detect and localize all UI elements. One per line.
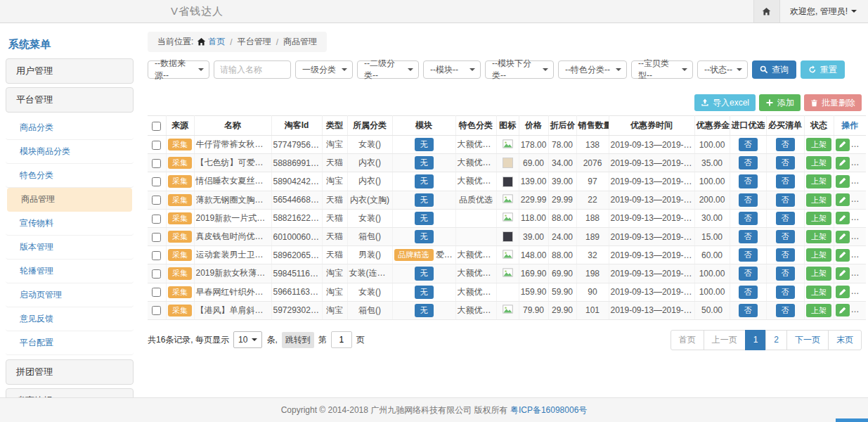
row-checkbox[interactable] [152, 288, 161, 297]
per-page-select[interactable]: 10 [233, 331, 262, 348]
module-none-badge[interactable]: 无 [415, 156, 434, 170]
must-buy-toggle[interactable]: 否 [776, 248, 795, 262]
sidebar-item-平台管理[interactable]: 平台管理 [6, 87, 134, 113]
edit-button[interactable] [836, 231, 850, 243]
status-toggle[interactable]: 上架 [806, 286, 831, 299]
page-button-首页[interactable]: 首页 [671, 330, 704, 350]
module-none-badge[interactable]: 无 [415, 304, 434, 317]
import-select-toggle[interactable]: 否 [739, 156, 758, 170]
import-select-toggle[interactable]: 否 [739, 174, 758, 188]
module-none-badge[interactable]: 无 [415, 138, 434, 151]
sidebar-subitem-轮播管理[interactable]: 轮播管理 [6, 260, 134, 283]
select-all-checkbox[interactable] [152, 122, 161, 131]
sidebar-subitem-版本管理[interactable]: 版本管理 [6, 236, 134, 260]
status-toggle[interactable]: 上架 [806, 248, 831, 262]
import-select-toggle[interactable]: 否 [739, 138, 758, 151]
page-button-末页[interactable]: 末页 [828, 330, 862, 350]
breadcrumb-home-link[interactable]: 首页 [197, 36, 225, 48]
status-toggle[interactable]: 上架 [806, 267, 831, 280]
import-select-toggle[interactable]: 否 [739, 304, 758, 317]
module-none-badge[interactable]: 无 [415, 230, 434, 243]
sidebar-subitem-平台配置[interactable]: 平台配置 [6, 331, 134, 355]
status-toggle[interactable]: 上架 [806, 138, 831, 151]
must-buy-toggle[interactable]: 否 [776, 230, 795, 243]
jump-page-input[interactable] [331, 331, 352, 348]
sidebar-subitem-商品管理[interactable]: 商品管理 [7, 188, 132, 212]
batch-delete-button[interactable]: 批量删除 [804, 94, 862, 111]
row-checkbox[interactable] [152, 159, 161, 168]
page-button-上一页[interactable]: 上一页 [704, 330, 746, 350]
edit-button[interactable] [836, 175, 850, 188]
row-checkbox[interactable] [152, 177, 161, 186]
import-select-toggle[interactable]: 否 [739, 248, 758, 262]
edit-button[interactable] [836, 212, 850, 224]
page-button-1[interactable]: 1 [745, 330, 767, 350]
page-button-下一页[interactable]: 下一页 [786, 330, 829, 350]
sidebar-subitem-模块商品分类[interactable]: 模块商品分类 [6, 140, 134, 164]
status-toggle[interactable]: 上架 [806, 156, 831, 170]
name-search-input[interactable] [214, 60, 291, 79]
filter-select-状态[interactable]: --状态-- [697, 60, 748, 79]
must-buy-toggle[interactable]: 否 [776, 267, 795, 280]
row-checkbox[interactable] [152, 251, 161, 260]
import-select-toggle[interactable]: 否 [739, 286, 758, 299]
row-checkbox[interactable] [152, 306, 161, 315]
page-button-2[interactable]: 2 [765, 330, 787, 350]
filter-select-宝贝类型[interactable]: --宝贝类型-- [631, 60, 693, 79]
sidebar-subitem-宣传物料[interactable]: 宣传物料 [6, 212, 134, 236]
sidebar-subitem-商品分类[interactable]: 商品分类 [6, 116, 134, 140]
edit-button[interactable] [836, 139, 850, 151]
import-select-toggle[interactable]: 否 [739, 230, 758, 243]
row-checkbox[interactable] [152, 196, 161, 205]
module-none-badge[interactable]: 无 [415, 212, 434, 225]
must-buy-toggle[interactable]: 否 [776, 156, 795, 170]
sidebar-item-拼团管理[interactable]: 拼团管理 [6, 359, 134, 385]
must-buy-toggle[interactable]: 否 [776, 193, 795, 207]
sidebar-item-用户管理[interactable]: 用户管理 [6, 58, 134, 84]
filter-select-特色分类[interactable]: --特色分类-- [558, 60, 627, 79]
module-none-badge[interactable]: 无 [415, 193, 434, 207]
edit-button[interactable] [836, 267, 850, 280]
must-buy-toggle[interactable]: 否 [776, 174, 795, 188]
import-select-toggle[interactable]: 否 [739, 193, 758, 207]
import-excel-button[interactable]: 导入excel [694, 94, 756, 111]
must-buy-toggle[interactable]: 否 [776, 304, 795, 317]
sidebar-subitem-意见反馈[interactable]: 意见反馈 [6, 307, 134, 331]
icp-link[interactable]: 粤ICP备16098006号 [510, 404, 587, 416]
sidebar-subitem-特色分类[interactable]: 特色分类 [6, 164, 134, 188]
sidebar-subitem-启动页管理[interactable]: 启动页管理 [6, 283, 134, 307]
jump-button[interactable]: 跳转到 [282, 332, 314, 348]
status-toggle[interactable]: 上架 [806, 193, 831, 207]
module-none-badge[interactable]: 无 [415, 286, 434, 299]
status-toggle[interactable]: 上架 [806, 212, 831, 225]
filter-select-数据来源[interactable]: --数据来源-- [148, 60, 209, 79]
edit-button[interactable] [836, 193, 850, 206]
sidebar-item-省惠快报[interactable]: 省惠快报 [6, 388, 134, 397]
import-select-toggle[interactable]: 否 [739, 212, 758, 225]
status-toggle[interactable]: 上架 [806, 174, 831, 188]
filter-select-二级分类[interactable]: --二级分类-- [357, 60, 419, 79]
user-menu[interactable]: 欢迎您, 管理员! [780, 6, 868, 18]
filter-select-模块[interactable]: --模块-- [423, 60, 481, 79]
import-select-toggle[interactable]: 否 [739, 267, 758, 280]
edit-button[interactable] [836, 249, 850, 262]
status-toggle[interactable]: 上架 [806, 230, 831, 243]
row-checkbox[interactable] [152, 233, 161, 242]
edit-button[interactable] [836, 157, 850, 170]
filter-select-一级分类[interactable]: 一级分类 [295, 60, 353, 79]
row-checkbox[interactable] [152, 269, 161, 279]
module-none-badge[interactable]: 无 [415, 174, 434, 188]
must-buy-toggle[interactable]: 否 [776, 138, 795, 151]
reset-button[interactable]: 重置 [801, 60, 845, 79]
must-buy-toggle[interactable]: 否 [776, 286, 795, 299]
row-checkbox[interactable] [152, 215, 161, 224]
must-buy-toggle[interactable]: 否 [776, 212, 795, 225]
edit-button[interactable] [836, 286, 850, 298]
search-button[interactable]: 查询 [752, 60, 796, 79]
module-none-badge[interactable]: 无 [415, 267, 434, 280]
row-checkbox[interactable] [152, 141, 161, 150]
edit-button[interactable] [836, 304, 850, 316]
add-button[interactable]: 添加 [759, 94, 801, 111]
filter-select-模块下分类[interactable]: --模块下分类-- [485, 60, 554, 79]
home-button[interactable] [753, 0, 780, 23]
